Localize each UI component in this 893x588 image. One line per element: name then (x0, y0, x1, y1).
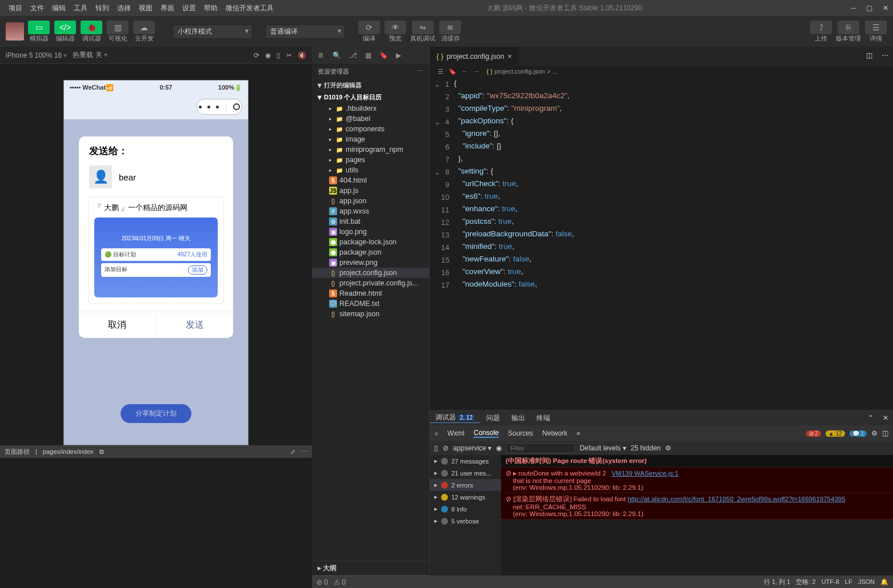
warn-badge[interactable]: ▲ 12 (826, 430, 845, 437)
file-item[interactable]: ⚙init.bat (312, 216, 429, 227)
file-item[interactable]: {}project.config.json (312, 268, 429, 278)
ext-icon[interactable]: ▦ (365, 51, 371, 59)
dock-icon[interactable]: ◫ (882, 429, 888, 437)
file-item[interactable]: ⬢package-lock.json (312, 237, 429, 247)
devtab-network[interactable]: Network (542, 429, 567, 437)
file-item[interactable]: #app.wxss (312, 206, 429, 216)
err-count[interactable]: ⊘ 0 (317, 578, 328, 586)
filter-item[interactable]: ▸ 12 warnings (430, 491, 501, 503)
device-frame-icon[interactable]: ▯ (277, 51, 281, 59)
menu-item[interactable]: 转到 (91, 3, 113, 13)
file-item[interactable]: ▣logo.png (312, 227, 429, 237)
folder-item[interactable]: 📁utils (312, 165, 429, 175)
cancel-button[interactable]: 取消 (79, 312, 157, 338)
folder-item[interactable]: 📁image (312, 134, 429, 144)
editor-more-icon[interactable]: ⋯ (877, 47, 893, 66)
file-item[interactable]: {}app.json (312, 196, 429, 206)
folder-item[interactable]: 📁.hbuilderx (312, 103, 429, 114)
search-icon[interactable]: 🔍 (333, 51, 341, 59)
avatar[interactable] (6, 22, 24, 41)
build-button[interactable]: ⟳编译 (358, 21, 381, 43)
lang[interactable]: JSON (858, 578, 875, 585)
menu-item[interactable]: 视图 (135, 3, 157, 13)
devtabs-more-icon[interactable]: » (576, 429, 580, 437)
file-item[interactable]: 5404.html (312, 175, 429, 186)
filter-item[interactable]: ▸ 8 info (430, 503, 501, 515)
tab-output[interactable]: 输出 (506, 413, 531, 423)
project-root[interactable]: D1019 个人目标日历 (312, 91, 429, 103)
more-icon[interactable]: ⋯ (301, 448, 307, 456)
copy-icon[interactable]: ⧉ (99, 448, 104, 456)
context-dropdown[interactable]: appservice ▾ (453, 444, 491, 452)
error-badge[interactable]: ⊘ 2 (806, 430, 821, 437)
menu-item[interactable]: 界面 (157, 3, 178, 13)
filter-input[interactable] (506, 443, 575, 453)
bookmark-icon[interactable]: 🔖 (379, 51, 388, 59)
console-gear-icon[interactable]: ⚙ (665, 444, 671, 452)
cut-icon[interactable]: ✂ (286, 51, 292, 59)
devtab-console[interactable]: Console (474, 429, 499, 438)
expand-icon[interactable]: ⤢ (290, 448, 295, 456)
filter-item[interactable]: ▸ 21 user mes... (430, 467, 501, 479)
editor-tab[interactable]: { } project.config.json × (430, 47, 519, 66)
preview-button[interactable]: 👁预览 (384, 21, 407, 43)
close-tab-icon[interactable]: × (508, 53, 512, 61)
menu-item[interactable]: 设置 (178, 3, 200, 13)
levels-dropdown[interactable]: Default levels ▾ (579, 444, 626, 452)
opened-editors[interactable]: 打开的编辑器 (312, 79, 429, 91)
file-item[interactable]: JSapp.js (312, 186, 429, 196)
encoding[interactable]: UTF-8 (822, 578, 839, 585)
hidden-count[interactable]: 25 hidden (631, 444, 661, 452)
folder-item[interactable]: 📁components (312, 124, 429, 134)
send-button[interactable]: 发送 (157, 312, 234, 338)
file-item[interactable]: ▣preview.png (312, 257, 429, 268)
menu-item[interactable]: 项目 (5, 3, 26, 13)
tab-problem[interactable]: 问题 (480, 413, 506, 423)
info-badge[interactable]: 💬 1 (850, 430, 867, 437)
panel-close-icon[interactable]: ✕ (878, 414, 893, 422)
device-dropdown[interactable]: iPhone 5 100% 16 (6, 51, 67, 59)
refresh-icon[interactable]: ⟳ (254, 51, 259, 59)
devtab-wxml[interactable]: Wxml (447, 429, 464, 437)
folder-item[interactable]: 📁@babel (312, 114, 429, 124)
detail-button[interactable]: ☰详情 (864, 21, 887, 43)
maximize-icon[interactable]: ▢ (866, 4, 872, 12)
menu-item[interactable]: 编辑 (48, 3, 70, 13)
hot-reload-dropdown[interactable]: 热重载 关 (73, 50, 107, 60)
warn-count[interactable]: ⚠ 0 (334, 578, 346, 586)
eye-icon[interactable]: ◉ (496, 444, 502, 452)
compile-dropdown[interactable]: 普通编译 (265, 25, 345, 39)
run-icon[interactable]: ▶ (396, 51, 401, 59)
cloud-button[interactable]: ☁云开发 (133, 21, 155, 43)
file-item[interactable]: 5Readme.html (312, 288, 429, 299)
folder-item[interactable]: 📁miniprogram_npm (312, 144, 429, 155)
clear-icon[interactable]: ⊘ (443, 444, 448, 452)
version-button[interactable]: ⎘版本管理 (836, 21, 861, 43)
toggle-sidebar-icon[interactable]: ▯ (434, 444, 438, 452)
devtab-sources[interactable]: Sources (508, 429, 533, 437)
menu-item[interactable]: 工具 (70, 3, 91, 13)
filter-item[interactable]: ▸ 27 messages (430, 455, 501, 467)
git-icon[interactable]: ⎇ (349, 51, 357, 59)
breadcrumb[interactable]: ☰ 🔖 ← → { } project.config.json > ... (430, 66, 893, 77)
mode-dropdown[interactable]: 小程序模式 (173, 25, 253, 39)
files-icon[interactable]: 🗎 (318, 51, 325, 59)
bell-icon[interactable]: 🔔 (880, 578, 888, 586)
panel-up-icon[interactable]: ⌃ (863, 414, 878, 422)
eol[interactable]: LF (845, 578, 852, 585)
debugger-button[interactable]: 🐞调试器 (80, 21, 103, 43)
outline-section[interactable]: ▸ 大纲 (312, 561, 429, 575)
menu-item[interactable]: 选择 (113, 3, 135, 13)
file-item[interactable]: {}sitemap.json (312, 309, 429, 319)
minimize-icon[interactable]: ─ (851, 4, 856, 12)
tab-terminal[interactable]: 终端 (531, 413, 556, 423)
simulator-button[interactable]: ▭模拟器 (27, 21, 50, 43)
menu-item[interactable]: 帮助 (200, 3, 222, 13)
editor-button[interactable]: </>编辑器 (54, 21, 77, 43)
record-icon[interactable]: ◉ (265, 51, 271, 59)
upload-button[interactable]: ⤴上传 (810, 21, 832, 43)
filter-item[interactable]: ▸ 5 verbose (430, 515, 501, 527)
close-icon[interactable]: ✕ (883, 4, 888, 12)
inspect-icon[interactable]: ⟐ (434, 429, 438, 437)
menu-item[interactable]: 微信开发者工具 (222, 3, 278, 13)
